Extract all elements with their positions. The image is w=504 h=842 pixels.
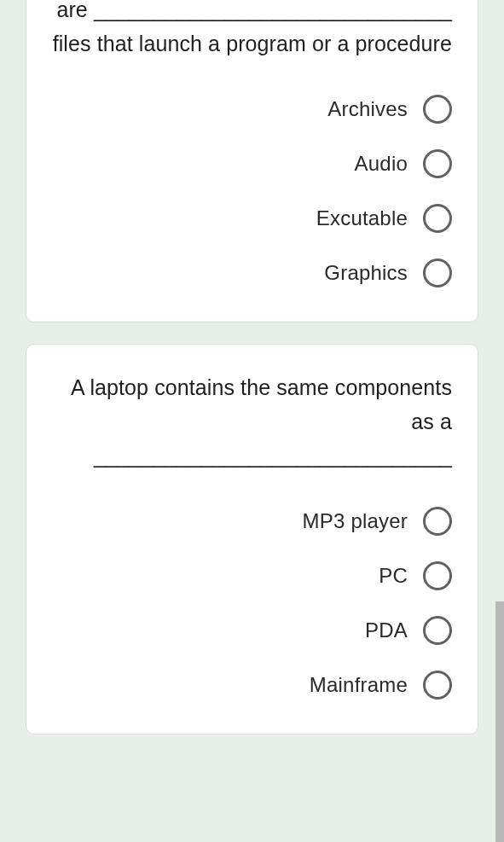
option-label: Graphics (324, 261, 408, 285)
question-prompt: A laptop contains the same components as… (52, 370, 452, 473)
scrollbar[interactable] (495, 601, 504, 842)
option-archives[interactable]: Archives (327, 95, 452, 124)
radio-icon[interactable] (423, 204, 452, 233)
option-pc[interactable]: PC (379, 561, 452, 590)
question-card: are ______________________________ files… (26, 0, 478, 322)
option-mainframe[interactable]: Mainframe (310, 671, 452, 700)
option-label: MP3 player (303, 509, 408, 533)
radio-icon[interactable] (423, 671, 452, 700)
radio-icon[interactable] (423, 258, 452, 287)
option-excutable[interactable]: Excutable (316, 204, 452, 233)
radio-icon[interactable] (423, 561, 452, 590)
content-wrapper: are ______________________________ files… (0, 0, 504, 735)
option-label: Archives (327, 97, 408, 121)
option-graphics[interactable]: Graphics (324, 258, 452, 287)
option-label: Excutable (316, 206, 408, 230)
option-pda[interactable]: PDA (365, 616, 452, 645)
radio-icon[interactable] (423, 616, 452, 645)
radio-icon[interactable] (423, 149, 452, 178)
option-label: PC (379, 564, 408, 588)
option-audio[interactable]: Audio (355, 149, 452, 178)
option-mp3-player[interactable]: MP3 player (303, 507, 452, 536)
radio-icon[interactable] (423, 507, 452, 536)
options-list: Archives Audio Excutable Graphics (52, 95, 452, 287)
question-card: A laptop contains the same components as… (26, 344, 478, 735)
radio-icon[interactable] (423, 95, 452, 124)
question-prompt: are ______________________________ files… (52, 0, 452, 61)
option-label: PDA (365, 618, 408, 642)
options-list: MP3 player PC PDA Mainframe (52, 507, 452, 700)
option-label: Mainframe (310, 673, 408, 697)
option-label: Audio (355, 152, 408, 176)
